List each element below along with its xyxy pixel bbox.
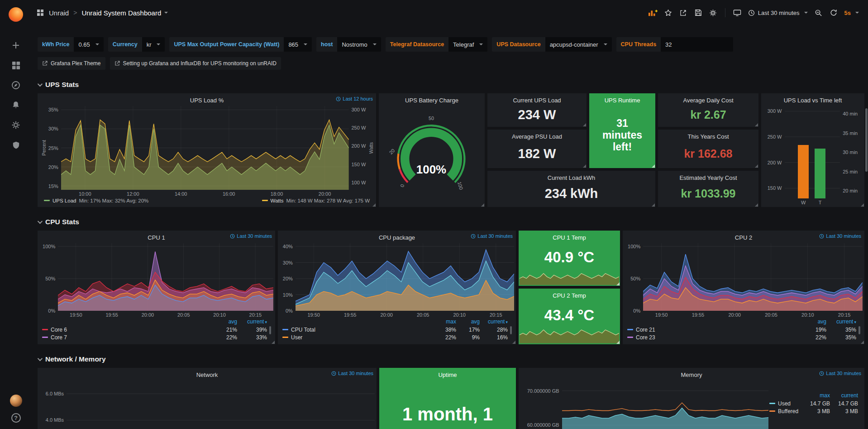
- chevron-down-icon[interactable]: [164, 12, 168, 14]
- variable-ups-max-output[interactable]: UPS Max Output Power Capacity (Watt)865: [169, 37, 312, 52]
- battery-gauge[interactable]: 02050100100%: [382, 106, 480, 205]
- dashboards-icon[interactable]: [5, 55, 26, 75]
- panel-time-override[interactable]: Last 30 minutes: [819, 233, 861, 239]
- chevron-down-icon: [604, 43, 607, 45]
- legend-col-header[interactable]: current: [237, 318, 267, 325]
- breadcrumb-dashboard-title[interactable]: Unraid System Dashboard: [81, 9, 161, 17]
- panel-title[interactable]: CPU 1 Temp: [553, 234, 586, 241]
- panel-time-override[interactable]: Last 30 minutes: [331, 371, 373, 376]
- legend-series[interactable]: Buffered: [769, 408, 802, 415]
- section-network-memory[interactable]: Network / Memory: [38, 355, 864, 363]
- tv-mode-icon[interactable]: [730, 5, 744, 20]
- refresh-icon[interactable]: [827, 5, 840, 20]
- legend-col-header[interactable]: avg: [801, 318, 826, 325]
- legend-col-header[interactable]: current: [826, 318, 856, 325]
- variable-host[interactable]: hostNostromo: [316, 37, 381, 52]
- legend-col-header[interactable]: avg: [212, 318, 237, 325]
- panel-time-override[interactable]: Last 30 minutes: [230, 233, 272, 239]
- admin-shield-icon[interactable]: [5, 135, 26, 155]
- legend-col-header[interactable]: current: [480, 318, 508, 325]
- panel-title[interactable]: CPU package: [379, 234, 415, 241]
- panel-title[interactable]: Current UPS Load: [513, 97, 561, 104]
- configuration-gear-icon[interactable]: [5, 115, 26, 135]
- legend-series[interactable]: Core 23: [627, 334, 801, 341]
- panel-title[interactable]: Uptime: [438, 371, 457, 378]
- section-ups-stats[interactable]: UPS Stats: [38, 81, 864, 89]
- legend-series[interactable]: Core 21: [627, 327, 801, 333]
- legend-series[interactable]: User: [282, 334, 433, 341]
- panel-title[interactable]: Estimated Yearly Cost: [679, 174, 737, 181]
- panel-time-override[interactable]: Last 30 minutes: [819, 371, 861, 376]
- create-plus-icon[interactable]: [5, 35, 26, 55]
- panel-title[interactable]: Network: [196, 371, 218, 378]
- settings-gear-icon[interactable]: [706, 5, 720, 20]
- panel-title[interactable]: UPS Battery Charge: [405, 97, 458, 104]
- page-scrollbar[interactable]: [865, 108, 868, 172]
- user-avatar[interactable]: [10, 395, 22, 407]
- ups-load-vs-time-chart[interactable]: 300 W250 W200 W150 WWT40 min35 min30 min…: [765, 106, 863, 206]
- cpu2-chart[interactable]: 100%50%0%19:5019:5520:0020:0520:1020:15: [626, 243, 863, 318]
- panel-title[interactable]: CPU 2 Temp: [553, 292, 586, 299]
- panel-title[interactable]: Average Daily Cost: [683, 97, 733, 104]
- y-tick-label: 100%: [628, 244, 640, 249]
- legend-series[interactable]: Core 7: [42, 334, 212, 341]
- ups-load-chart[interactable]: Percent35%30%25%20%15%10:0012:0014:0016:…: [41, 106, 374, 197]
- legend-col-header[interactable]: max: [433, 318, 456, 325]
- explore-compass-icon[interactable]: [5, 75, 26, 95]
- bar-W[interactable]: [798, 145, 809, 198]
- share-icon[interactable]: [677, 5, 690, 20]
- panel-title[interactable]: This Years Cost: [687, 133, 729, 140]
- section-cpu-stats[interactable]: CPU Stats: [38, 218, 864, 226]
- y-tick-label: 30 min: [843, 149, 858, 155]
- save-icon[interactable]: [692, 5, 705, 20]
- panel-title[interactable]: Memory: [681, 371, 702, 378]
- panel-title[interactable]: UPS Runtime: [605, 97, 640, 104]
- panel-title[interactable]: UPS Load vs Time left: [784, 97, 842, 104]
- panel-title[interactable]: UPS Load %: [190, 97, 224, 104]
- cpu-package-chart[interactable]: 40%30%20%10%0%19:5019:5520:0020:0520:102…: [281, 243, 514, 318]
- y-tick-label: 0%: [286, 308, 293, 313]
- breadcrumb-app[interactable]: Unraid: [49, 9, 69, 17]
- dashboard-link-grafana-plex-theme[interactable]: Grafana Plex Theme: [38, 57, 105, 70]
- legend-col-header[interactable]: avg: [456, 318, 480, 325]
- legend-series-watts[interactable]: Watts: [271, 198, 284, 203]
- variable-kwh-price[interactable]: kWh Price0.65: [38, 37, 104, 52]
- refresh-interval-picker[interactable]: 5s: [842, 5, 862, 20]
- grafana-logo-icon[interactable]: [9, 7, 23, 22]
- panel-title[interactable]: CPU 1: [148, 234, 165, 241]
- add-panel-icon[interactable]: [646, 5, 660, 20]
- legend-stats: Min: 17% Max: 32% Avg: 20%: [79, 198, 148, 203]
- time-picker[interactable]: Last 30 minutes: [745, 5, 811, 20]
- legend-scrollbar[interactable]: [269, 326, 271, 334]
- dashboard-grid-icon[interactable]: [33, 5, 47, 20]
- variable-cpu-threads[interactable]: CPU Threads32: [616, 37, 734, 52]
- panel-title[interactable]: CPU 2: [735, 234, 752, 241]
- memory-chart[interactable]: 70.000000 GB60.000000 GB50.000000 GB: [522, 381, 768, 429]
- legend-scrollbar[interactable]: [858, 326, 860, 334]
- panel-title[interactable]: Average PSU Load: [512, 133, 562, 140]
- panel-title[interactable]: Current Load kWh: [548, 174, 596, 181]
- legend-col-header[interactable]: max: [802, 392, 830, 399]
- legend-series[interactable]: CPU Total: [282, 327, 433, 333]
- panel-time-override[interactable]: Last 30 minutes: [471, 233, 513, 239]
- dashboard-link-ups-monitoring-guide[interactable]: Setting up Grafana and InfluxDB for UPS …: [110, 57, 281, 70]
- variable-currency[interactable]: Currencykr: [108, 37, 165, 52]
- cpu1-chart[interactable]: 100%50%0%19:5019:5520:0020:0520:1020:15: [41, 243, 273, 318]
- legend-scrollbar[interactable]: [510, 326, 512, 334]
- clock-icon: [230, 234, 235, 239]
- series-swatch: [282, 329, 288, 330]
- legend-series-ups-load[interactable]: UPS Load: [52, 198, 76, 203]
- legend-series[interactable]: Core 6: [42, 327, 212, 333]
- bar-T[interactable]: [815, 149, 826, 199]
- zoom-out-icon[interactable]: [812, 5, 825, 20]
- star-icon[interactable]: [662, 5, 675, 20]
- variable-telegraf-datasource[interactable]: Telegraf DatasourceTelegraf: [386, 37, 488, 52]
- panel-time-override[interactable]: Last 12 hours: [336, 96, 373, 101]
- network-chart[interactable]: 6.0 MBs4.0 MBs2.0 MBs: [41, 381, 375, 429]
- alerting-bell-icon[interactable]: [5, 95, 26, 115]
- y-axis: 70.000000 GB60.000000 GB50.000000 GB: [522, 381, 562, 429]
- help-icon[interactable]: [11, 413, 21, 423]
- variable-ups-datasource[interactable]: UPS Datasourceapcupsd-container: [492, 37, 611, 52]
- legend-series[interactable]: Used: [769, 400, 802, 407]
- legend-col-header[interactable]: current: [830, 392, 858, 399]
